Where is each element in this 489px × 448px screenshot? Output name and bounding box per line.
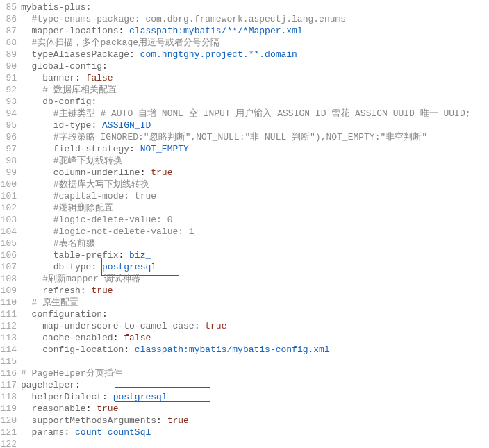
code-line[interactable]: 96 #字段策略 IGNORED:"忽略判断",NOT_NULL:"非 NULL… [0,131,489,143]
token: biz_ [129,250,151,260]
code-content[interactable]: refresh: true [21,285,113,297]
code-content[interactable]: #字段策略 IGNORED:"忽略判断",NOT_NULL:"非 NULL 判断… [21,131,427,143]
token: : [91,262,102,272]
code-line[interactable]: 107 db-type: postgresql [0,261,489,273]
token: false [124,333,151,343]
code-line[interactable]: 122 [0,438,489,448]
code-content[interactable]: mapper-locations: classpath:mybatis/**/*… [21,25,303,37]
code-line[interactable]: 90 global-config: [0,60,489,72]
code-line[interactable]: 98 #驼峰下划线转换 [0,155,489,167]
token: #type-enums-package: com.dbrg.framework.… [32,14,346,24]
code-content[interactable]: #表名前缀 [21,238,95,249]
code-content[interactable]: db-type: postgresql [21,261,156,273]
code-line[interactable]: 105 #表名前缀 [0,238,489,249]
token: : [156,415,167,426]
token: db-config [42,97,91,107]
code-line[interactable]: 88 #实体扫描，多个package用逗号或者分号分隔 [0,37,489,49]
line-number: 86 [0,13,21,25]
code-line[interactable]: 112 map-underscore-to-camel-case: true [0,320,489,332]
code-line[interactable]: 95 id-type: ASSIGN_ID [0,119,489,131]
code-line[interactable]: 93 db-config: [0,96,489,108]
code-line[interactable]: 102 #逻辑删除配置 [0,202,489,214]
code-content[interactable]: configuration: [21,308,108,320]
line-number: 99 [0,167,21,179]
code-content[interactable]: map-underscore-to-camel-case: true [21,320,226,332]
code-line[interactable]: 89 typeAliasesPackage: com.hngtghy.proje… [0,49,489,60]
code-content[interactable]: #驼峰下划线转换 [21,155,122,167]
code-line[interactable]: 110 # 原生配置 [0,297,489,308]
code-line[interactable]: 94 #主键类型 # AUTO 自增 NONE 空 INPUT 用户输入 ASS… [0,108,489,119]
token: pagehelper [21,380,75,390]
code-line[interactable]: 86 #type-enums-package: com.dbrg.framewo… [0,13,489,25]
code-content[interactable]: #type-enums-package: com.dbrg.framework.… [21,13,346,25]
code-content[interactable]: #逻辑删除配置 [21,202,113,214]
line-number: 93 [0,96,21,108]
code-content[interactable]: reasonable: true [21,403,118,415]
code-line[interactable]: 97 field-strategy: NOT_EMPTY [0,143,489,155]
token: db-type [53,262,92,272]
code-line[interactable]: 101 #capital-mode: true [0,190,489,202]
code-content[interactable]: global-config: [21,60,108,72]
code-line[interactable]: 100 #数据库大写下划线转换 [0,179,489,190]
token: : [64,427,75,438]
code-line[interactable]: 92 # 数据库相关配置 [0,84,489,96]
code-content[interactable]: config-location: classpath:mybatis/mybat… [21,344,330,356]
token: : [102,392,113,402]
code-line[interactable]: 87 mapper-locations: classpath:mybatis/*… [0,25,489,37]
code-content[interactable]: #capital-mode: true [21,190,156,202]
line-number: 121 [0,426,21,438]
code-line[interactable]: 113 cache-enabled: false [0,332,489,344]
code-content[interactable]: helperDialect: postgresql [21,391,167,403]
code-line[interactable]: 116# PageHelper分页插件 [0,367,489,379]
code-content[interactable]: params: count=countSql [21,426,158,438]
code-content[interactable]: banner: false [21,72,113,84]
line-number: 85 [0,1,21,13]
line-number: 92 [0,84,21,96]
token: : [124,345,135,355]
token: typeAliasesPackage [32,49,129,60]
code-line[interactable]: 121 params: count=countSql [0,426,489,438]
code-content[interactable]: #数据库大写下划线转换 [21,179,149,190]
token: true [167,415,189,426]
code-line[interactable]: 120 supportMethodsArguments: true [0,415,489,426]
token: : [102,309,108,320]
code-line[interactable]: 118 helperDialect: postgresql [0,391,489,403]
code-content[interactable]: #主键类型 # AUTO 自增 NONE 空 INPUT 用户输入 ASSIGN… [21,108,470,119]
code-content[interactable]: column-underline: true [21,167,172,179]
code-editor[interactable]: 85mybatis-plus:86 #type-enums-package: c… [0,0,489,448]
line-number: 103 [0,214,21,226]
code-line[interactable]: 119 reasonable: true [0,403,489,415]
token: #表名前缀 [53,238,95,249]
code-content[interactable]: #logic-not-delete-value: 1 [21,226,194,238]
code-content[interactable]: # 数据库相关配置 [21,84,117,96]
code-line[interactable]: 117pagehelper: [0,379,489,391]
code-line[interactable]: 85mybatis-plus: [0,1,489,13]
code-content[interactable]: # PageHelper分页插件 [21,367,122,379]
code-content[interactable]: db-config: [21,96,97,108]
code-line[interactable]: 108 #刷新mapper 调试神器 [0,273,489,285]
code-line[interactable]: 91 banner: false [0,72,489,84]
code-content[interactable]: pagehelper: [21,379,81,391]
code-line[interactable]: 109 refresh: true [0,285,489,297]
code-line[interactable]: 104 #logic-not-delete-value: 1 [0,226,489,238]
code-content[interactable]: supportMethodsArguments: true [21,415,189,426]
code-line[interactable]: 111 configuration: [0,308,489,320]
code-line[interactable]: 115 [0,356,489,367]
line-number: 100 [0,179,21,190]
code-line[interactable]: 106 table-prefix: biz_ [0,249,489,261]
code-content[interactable]: cache-enabled: false [21,332,151,344]
token: postgresql [102,262,156,272]
code-line[interactable]: 103 #logic-delete-value: 0 [0,214,489,226]
code-line[interactable]: 99 column-underline: true [0,167,489,179]
code-content[interactable]: #刷新mapper 调试神器 [21,273,140,285]
code-content[interactable]: id-type: ASSIGN_ID [21,119,151,131]
code-content[interactable]: # 原生配置 [21,297,78,308]
token: mybatis-plus [21,2,86,13]
code-content[interactable]: #logic-delete-value: 0 [21,214,172,226]
code-line[interactable]: 114 config-location: classpath:mybatis/m… [0,344,489,356]
code-content[interactable]: typeAliasesPackage: com.hngtghy.project.… [21,49,297,60]
code-content[interactable]: #实体扫描，多个package用逗号或者分号分隔 [21,37,219,49]
code-content[interactable]: table-prefix: biz_ [21,249,151,261]
code-content[interactable]: field-strategy: NOT_EMPTY [21,143,189,155]
code-content[interactable]: mybatis-plus: [21,1,91,13]
